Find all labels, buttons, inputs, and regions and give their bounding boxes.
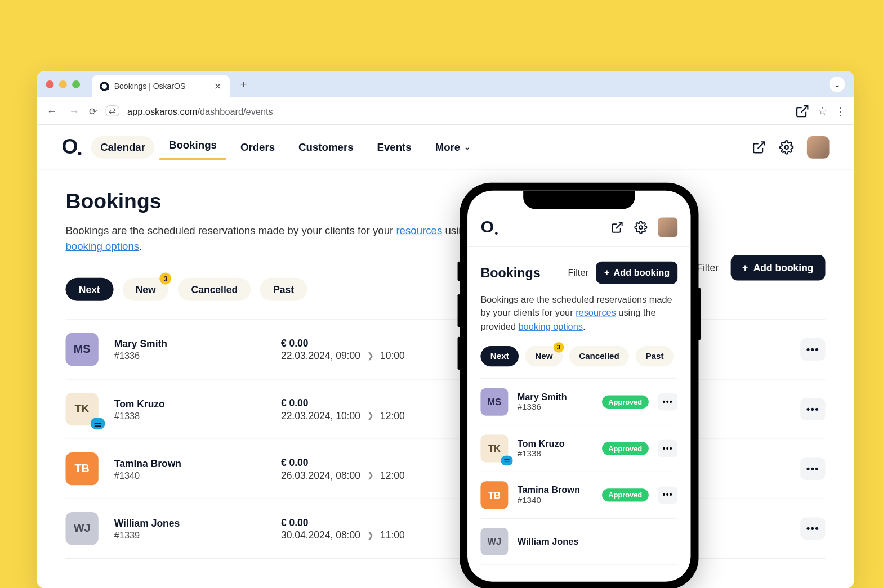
- row-menu-button[interactable]: •••: [800, 398, 825, 420]
- close-window-icon[interactable]: [46, 80, 53, 88]
- minimize-window-icon[interactable]: [59, 80, 67, 88]
- nav-calendar[interactable]: Calendar: [91, 136, 154, 158]
- bookmark-icon[interactable]: ☆: [818, 105, 827, 117]
- address-bar: ← → ⟳ ⇄ app.oskaros.com/dashboard/events…: [37, 97, 854, 125]
- settings-icon[interactable]: [634, 220, 647, 233]
- chevron-right-icon: ❯: [367, 530, 374, 539]
- mobile-booking-avatar: TK: [480, 434, 508, 462]
- app: O Calendar Bookings Orders Customers Eve…: [37, 125, 854, 578]
- mobile-add-booking-button[interactable]: +Add booking: [596, 261, 677, 284]
- tabs-dropdown-button[interactable]: ⌄: [830, 76, 845, 92]
- browser-tab[interactable]: Bookings | OskarOS ✕: [92, 75, 230, 97]
- chevron-right-icon: ❯: [367, 410, 374, 419]
- plus-icon: +: [604, 267, 610, 278]
- app-header: O Calendar Bookings Orders Customers Eve…: [37, 125, 854, 169]
- booking-id: #1340: [114, 469, 265, 480]
- mobile-booking-name: Tom Kruzo: [518, 438, 593, 448]
- filter-tabs: Next New3 Cancelled Past: [65, 277, 307, 300]
- svg-point-2: [785, 145, 788, 149]
- tab-title: Bookings | OskarOS: [114, 82, 186, 91]
- page-title: Bookings: [65, 189, 825, 213]
- tab-next[interactable]: Next: [65, 277, 113, 300]
- favicon-icon: [100, 82, 109, 91]
- plus-icon: +: [742, 262, 748, 273]
- booking-options-link[interactable]: booking options: [65, 240, 139, 252]
- resources-link[interactable]: resources: [396, 225, 442, 236]
- status-badge: Approved: [602, 488, 649, 501]
- back-icon[interactable]: ←: [44, 105, 59, 116]
- mobile-logo-icon[interactable]: O: [480, 217, 494, 237]
- mobile-filter-tabs: Next New3 Cancelled Past: [480, 345, 677, 366]
- mobile-booking-name: Tamina Brown: [518, 484, 593, 495]
- mobile-booking-options-link[interactable]: booking options: [519, 321, 583, 331]
- booking-name: William Jones: [114, 517, 265, 528]
- mobile-booking-row[interactable]: WJWilliam Jones: [480, 518, 677, 565]
- url-field[interactable]: app.oskaros.com/dashboard/events: [127, 105, 787, 116]
- main-nav: Calendar Bookings Orders Customers Event…: [91, 134, 480, 159]
- window-controls: [46, 80, 80, 88]
- mobile-tab-next[interactable]: Next: [480, 345, 519, 366]
- booking-row[interactable]: TBTamina Brown#1340€ 0.0026.03.2024, 08:…: [65, 439, 825, 499]
- filter-link[interactable]: Filter: [697, 262, 719, 273]
- chevron-right-icon: ❯: [367, 470, 374, 479]
- mobile-new-badge: 3: [554, 342, 564, 352]
- note-icon: [501, 455, 513, 465]
- mobile-user-avatar[interactable]: [658, 217, 677, 236]
- mobile-tab-cancelled[interactable]: Cancelled: [569, 345, 630, 366]
- site-settings-icon[interactable]: ⇄: [106, 105, 119, 116]
- open-external-icon[interactable]: [610, 220, 623, 233]
- nav-orders[interactable]: Orders: [231, 136, 284, 158]
- settings-icon[interactable]: [779, 140, 794, 154]
- forward-icon[interactable]: →: [67, 105, 82, 116]
- booking-row[interactable]: WJWilliam Jones#1339€ 0.0030.04.2024, 08…: [65, 499, 825, 558]
- svg-point-4: [639, 225, 643, 228]
- mobile-booking-avatar: TB: [480, 481, 508, 509]
- nav-customers[interactable]: Customers: [289, 136, 363, 158]
- mobile-row-menu-button[interactable]: •••: [658, 439, 677, 456]
- mobile-booking-row[interactable]: TBTamina Brown#1340Approved•••: [480, 472, 677, 518]
- user-avatar[interactable]: [807, 136, 830, 158]
- booking-name: Tamina Brown: [114, 457, 265, 468]
- reload-icon[interactable]: ⟳: [89, 105, 97, 116]
- mobile-booking-row[interactable]: MSMary Smith#1336Approved•••: [480, 378, 677, 425]
- nav-events[interactable]: Events: [368, 136, 421, 158]
- row-menu-button[interactable]: •••: [800, 338, 825, 361]
- booking-avatar: TK: [65, 392, 98, 425]
- note-icon: [91, 418, 105, 429]
- tab-new[interactable]: New3: [122, 277, 169, 300]
- maximize-window-icon[interactable]: [72, 80, 80, 88]
- open-external-icon[interactable]: [795, 104, 810, 118]
- booking-row[interactable]: TKTom Kruzo#1338€ 0.0022.03.2024, 10:00 …: [65, 379, 825, 439]
- mobile-filter-link[interactable]: Filter: [568, 267, 588, 278]
- mobile-booking-row[interactable]: TKTom Kruzo#1338Approved•••: [480, 425, 677, 472]
- row-menu-button[interactable]: •••: [800, 457, 825, 480]
- mobile-resources-link[interactable]: resources: [576, 307, 616, 318]
- mobile-booking-avatar: MS: [480, 388, 508, 415]
- svg-line-0: [801, 105, 808, 112]
- close-tab-icon[interactable]: ✕: [214, 81, 222, 92]
- open-external-icon[interactable]: [752, 140, 766, 154]
- browser-menu-icon[interactable]: ⋮: [835, 104, 846, 118]
- mobile-description: Bookings are the scheduled reservations …: [480, 293, 677, 333]
- page-body: Bookings Bookings are the scheduled rese…: [37, 169, 854, 578]
- booking-row[interactable]: MSMary Smith#1336€ 0.0022.03.2024, 09:00…: [65, 319, 825, 379]
- mobile-row-menu-button[interactable]: •••: [658, 486, 677, 503]
- tab-past[interactable]: Past: [260, 277, 307, 300]
- tab-cancelled[interactable]: Cancelled: [178, 277, 251, 300]
- booking-id: #1339: [114, 529, 265, 540]
- mobile-row-menu-button[interactable]: •••: [658, 393, 677, 410]
- booking-name: Tom Kruzo: [114, 397, 265, 409]
- mobile-booking-name: Mary Smith: [518, 392, 593, 402]
- row-menu-button[interactable]: •••: [800, 517, 825, 540]
- status-badge: Approved: [602, 442, 649, 455]
- mobile-tab-new[interactable]: New3: [525, 345, 563, 366]
- nav-more[interactable]: More ⌄: [426, 136, 480, 158]
- nav-bookings[interactable]: Bookings: [160, 134, 226, 159]
- logo-icon[interactable]: O: [61, 134, 77, 159]
- new-tab-icon[interactable]: +: [240, 77, 247, 91]
- add-booking-button[interactable]: +Add booking: [730, 255, 825, 280]
- mobile-tab-past[interactable]: Past: [636, 345, 674, 366]
- svg-line-3: [616, 222, 622, 228]
- status-badge: Approved: [602, 395, 649, 408]
- mobile-booking-id: #1340: [518, 495, 593, 505]
